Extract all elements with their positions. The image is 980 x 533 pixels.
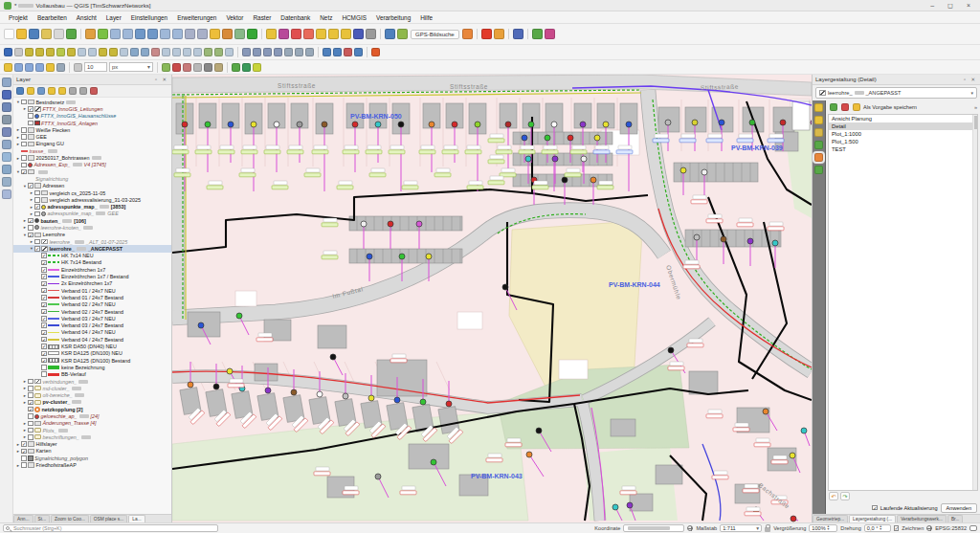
firefly-tool-icon[interactable] xyxy=(371,48,380,56)
layer-tree-item[interactable]: ▸Hilfslayer xyxy=(13,441,171,448)
layer-visibility-checkbox[interactable] xyxy=(21,441,27,447)
open-project-icon[interactable] xyxy=(16,29,27,39)
new-virtual-layer-icon[interactable] xyxy=(2,189,11,199)
crs-label[interactable]: EPSG:25832 xyxy=(935,525,967,531)
layer-visibility-checkbox[interactable] xyxy=(34,190,40,196)
measure-line-icon[interactable] xyxy=(366,29,376,39)
layer-visibility-checkbox[interactable] xyxy=(41,281,47,287)
save-project-icon[interactable] xyxy=(29,29,39,39)
menu-verarbeitung[interactable]: Verarbeitung xyxy=(371,12,415,23)
layer-tree-item[interactable]: ▾Leerrohre xyxy=(13,232,171,238)
layer-visibility-checkbox[interactable] xyxy=(28,400,33,406)
menu-netz[interactable]: Netz xyxy=(315,12,337,23)
layer-tree-item[interactable]: ▾leerrohre__ANGEPASST xyxy=(13,245,171,252)
style-manager-icon[interactable] xyxy=(66,29,77,39)
menu-bearbeiten[interactable]: Bearbeiten xyxy=(33,12,72,23)
manage-map-themes-icon[interactable] xyxy=(37,87,45,95)
layer-visibility-checkbox[interactable] xyxy=(41,358,47,364)
toolbar-overflow-icon[interactable]: » xyxy=(974,104,977,110)
layer-tree-item[interactable]: ▸verbindungen_ xyxy=(13,378,171,385)
style-list-item[interactable]: Plot_1:500 xyxy=(829,138,977,145)
duplicate-layer-icon[interactable] xyxy=(333,48,342,56)
zoom-to-layer-icon[interactable] xyxy=(172,29,183,39)
layer-tree-item[interactable]: KSR DA125 (DN100) Bestand xyxy=(13,357,171,364)
text-annotation-icon[interactable] xyxy=(74,63,82,72)
layer-visibility-checkbox[interactable] xyxy=(21,462,27,468)
layer-visibility-checkbox[interactable] xyxy=(21,134,27,140)
layer-tree-item[interactable]: ▸FriedhofstraßeAP xyxy=(13,461,171,468)
layer-visibility-checkbox[interactable] xyxy=(41,295,47,300)
layer-visibility-checkbox[interactable] xyxy=(21,155,27,161)
layer-tree-item[interactable]: FTTX_InnoGIS_Hausanschlüsse xyxy=(13,113,171,120)
right-dock-tab[interactable]: Verarbeitungswerk... xyxy=(897,515,947,522)
layer-visibility-checkbox[interactable] xyxy=(28,428,33,433)
coordinate-input[interactable] xyxy=(623,524,684,532)
layers-panel-window-buttons[interactable]: ▫ ✕ xyxy=(155,77,168,82)
layer-tree-item[interactable]: ▸Weiße Flecken xyxy=(13,126,171,133)
style-manager-tab-icon[interactable] xyxy=(814,153,823,162)
layer-visibility-checkbox[interactable] xyxy=(34,246,40,252)
identify-features-icon[interactable] xyxy=(266,29,277,39)
layer-tree-item[interactable]: ▾Bestndsnetz xyxy=(13,99,171,105)
extents-icon[interactable] xyxy=(687,525,693,531)
layer-visibility-checkbox[interactable] xyxy=(41,351,47,357)
field-calculator-icon[interactable] xyxy=(341,29,351,39)
add-wfs-layer-icon[interactable] xyxy=(2,177,11,187)
left-dock-tab[interactable]: La... xyxy=(128,515,145,522)
offset-curve-icon[interactable] xyxy=(162,48,170,56)
layer-tree-item[interactable]: ▸GEE xyxy=(13,133,171,140)
rotate-label-icon[interactable] xyxy=(253,48,261,56)
digitize-with-segment-icon[interactable] xyxy=(35,48,44,56)
render-checkbox[interactable] xyxy=(894,525,900,531)
layer-visibility-checkbox[interactable] xyxy=(41,309,47,315)
save-project-as-icon[interactable] xyxy=(41,29,52,39)
locator-search-input[interactable]: Suchmuster (Strg+K) xyxy=(3,524,218,532)
osm-tool-icon[interactable] xyxy=(481,29,492,39)
left-dock-tab[interactable]: Zoom to Coo... xyxy=(51,515,89,522)
right-dock-tab[interactable]: Br... xyxy=(947,515,964,522)
layer-visibility-checkbox[interactable] xyxy=(28,392,33,398)
run-feature-action-icon[interactable] xyxy=(278,29,289,39)
layer-tree-item[interactable]: ▸vergleich cs_2025-11-05 xyxy=(13,189,171,196)
styling-layer-combo[interactable]: leerrohre_ _ANGEPASST ▾ xyxy=(815,87,977,99)
layer-tree-item[interactable]: HK 7x14 NEU xyxy=(13,253,171,259)
close-button[interactable]: × xyxy=(967,2,970,10)
highlight-pinned-labels-icon[interactable] xyxy=(284,48,293,56)
new-project-icon[interactable] xyxy=(4,29,14,39)
layer-visibility-checkbox[interactable] xyxy=(34,211,40,217)
add-raster-layer-icon[interactable] xyxy=(2,90,11,100)
layer-tree-item[interactable]: ▾ xyxy=(13,168,171,175)
style-list[interactable]: Ansicht PlanungDetailPlot_1:1000Plot_1:5… xyxy=(828,114,978,491)
add-group-icon[interactable] xyxy=(27,87,34,95)
add-mesh-layer-icon[interactable] xyxy=(2,102,11,112)
layer-tree-item[interactable]: ▸beschriftungen_ xyxy=(13,433,171,440)
layer-visibility-checkbox[interactable] xyxy=(28,121,33,126)
help-docs-icon[interactable] xyxy=(513,29,523,39)
layer-tree-item[interactable]: ▸Karten xyxy=(13,448,171,455)
processing-wrench-icon[interactable] xyxy=(214,63,223,72)
remove-style-icon[interactable] xyxy=(841,103,849,111)
layer-visibility-checkbox[interactable] xyxy=(21,127,27,133)
load-style-folder-icon[interactable] xyxy=(853,103,860,111)
layer-visibility-checkbox[interactable] xyxy=(28,413,33,419)
layer-tree-item[interactable]: geloeschte_ap_[24] xyxy=(13,412,171,419)
mapillary-tool-icon[interactable] xyxy=(494,29,504,39)
layer-tree-item[interactable]: ▸20250317_Bohrtrassen xyxy=(13,154,171,161)
layer-tree-item[interactable]: ▸md-cluster_ xyxy=(13,385,171,391)
layer-tree-item[interactable]: ▸Änderungen_Trasse [4] xyxy=(13,420,171,427)
pan-to-selection-icon[interactable] xyxy=(98,29,108,39)
layer-tree-item[interactable]: ▸bauten_[106] xyxy=(13,217,171,224)
layer-tree-item[interactable]: KSR DA50 (DN40) NEU xyxy=(13,343,171,349)
zoom-to-selection-icon[interactable] xyxy=(160,29,170,39)
layer-tree-item[interactable]: Signalrichtung xyxy=(13,175,171,182)
styling-panel-window-buttons[interactable]: ▫ ✕ xyxy=(964,77,977,82)
layer-visibility-checkbox[interactable] xyxy=(41,260,47,266)
layer-visibility-checkbox[interactable] xyxy=(28,183,33,189)
gps-bildsuche-button[interactable]: GPS-Bildsuche xyxy=(411,30,459,39)
pin-labels-icon[interactable] xyxy=(274,48,282,56)
left-dock-tab[interactable]: OSM place s... xyxy=(90,515,127,522)
layer-visibility-checkbox[interactable] xyxy=(41,288,47,294)
style-list-item[interactable]: Plot_1:1000 xyxy=(829,130,977,138)
label-toolbar-pin-icon[interactable] xyxy=(14,63,23,72)
layer-tree-item[interactable]: Verband 02 / 24x7 NEU xyxy=(13,301,171,308)
